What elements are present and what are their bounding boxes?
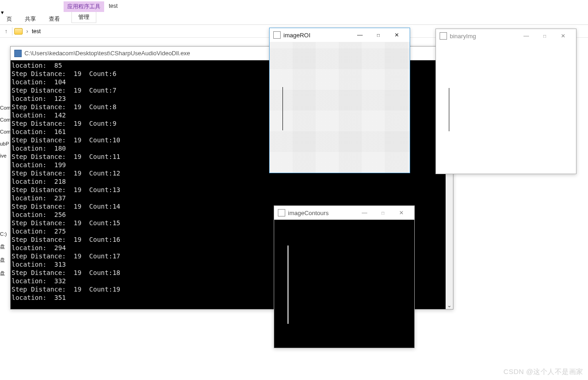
sidebar-frag: Com bbox=[0, 117, 8, 123]
maximize-button[interactable]: □ bbox=[374, 206, 392, 219]
sidebar-frag: 盘 bbox=[0, 270, 8, 277]
maximize-button[interactable]: □ bbox=[369, 29, 388, 41]
window-title: imageContours bbox=[288, 210, 329, 216]
ribbon-context-name: test bbox=[104, 1, 122, 11]
sidebar-frag: C:) bbox=[0, 231, 8, 237]
breadcrumb-folder[interactable]: test bbox=[32, 28, 41, 35]
console-title-text: C:\Users\kedacom\Desktop\test\CSharpUseA… bbox=[24, 50, 190, 57]
binary-img-canvas bbox=[436, 43, 576, 174]
divider bbox=[12, 27, 12, 35]
close-button[interactable]: ✕ bbox=[392, 206, 411, 219]
watermark: CSDN @这个人不是画家 bbox=[504, 368, 583, 376]
folder-icon bbox=[14, 28, 23, 35]
ribbon-tab-home[interactable]: 页 bbox=[0, 14, 18, 24]
minimize-button[interactable]: — bbox=[355, 206, 374, 219]
window-binary-img: binaryImg — □ ✕ bbox=[435, 29, 576, 174]
roi-line bbox=[282, 87, 283, 130]
close-button[interactable]: ✕ bbox=[554, 29, 572, 42]
minimize-button[interactable]: — bbox=[351, 29, 369, 41]
scroll-down-icon[interactable]: ⌄ bbox=[446, 302, 453, 309]
ribbon-context-group: 应用程序工具 管理 bbox=[64, 1, 104, 23]
window-title: binaryImg bbox=[450, 33, 476, 40]
sidebar-frag: ubP bbox=[0, 141, 8, 146]
sidebar-frag: 盘 bbox=[0, 257, 8, 263]
chevron-icon[interactable]: › bbox=[24, 28, 30, 35]
contour-line bbox=[288, 246, 288, 324]
console-app-icon bbox=[14, 50, 22, 57]
up-button[interactable]: ↑ bbox=[2, 27, 10, 35]
sidebar-partial: Com Com Com ubP ive C:) 盘 盘 盘 bbox=[0, 41, 8, 283]
sidebar-frag: Com bbox=[0, 129, 8, 134]
titlebar-image-contours[interactable]: imageContours — □ ✕ bbox=[274, 206, 414, 220]
window-image-contours: imageContours — □ ✕ bbox=[274, 205, 415, 348]
ribbon-tab-manage[interactable]: 管理 bbox=[71, 12, 96, 23]
ribbon-tab-view[interactable]: 查看 bbox=[42, 14, 66, 24]
explorer-ribbon: ▾ 应用程序工具 管理 test 页 共享 查看 bbox=[0, 0, 588, 25]
image-contours-canvas bbox=[274, 220, 414, 348]
app-icon bbox=[278, 209, 285, 216]
app-icon bbox=[440, 32, 447, 40]
window-image-roi: imageROI — □ ✕ bbox=[269, 28, 410, 173]
binary-line bbox=[449, 88, 449, 131]
ribbon-lower-row: 页 共享 查看 bbox=[0, 14, 66, 24]
titlebar-image-roi[interactable]: imageROI — □ ✕ bbox=[270, 28, 410, 42]
ribbon-context-tab[interactable]: 应用程序工具 bbox=[64, 1, 104, 12]
image-roi-canvas bbox=[270, 42, 410, 173]
sidebar-frag: Com bbox=[0, 105, 8, 111]
app-icon bbox=[273, 31, 281, 39]
close-button[interactable]: ✕ bbox=[388, 29, 406, 41]
ribbon-tab-share[interactable]: 共享 bbox=[18, 14, 42, 24]
window-title: imageROI bbox=[283, 32, 311, 39]
minimize-button[interactable]: — bbox=[517, 29, 535, 42]
maximize-button[interactable]: □ bbox=[535, 29, 554, 42]
titlebar-binary-img[interactable]: binaryImg — □ ✕ bbox=[436, 29, 576, 43]
sidebar-frag: ive bbox=[0, 153, 8, 158]
sidebar-frag: 盘 bbox=[0, 243, 8, 250]
